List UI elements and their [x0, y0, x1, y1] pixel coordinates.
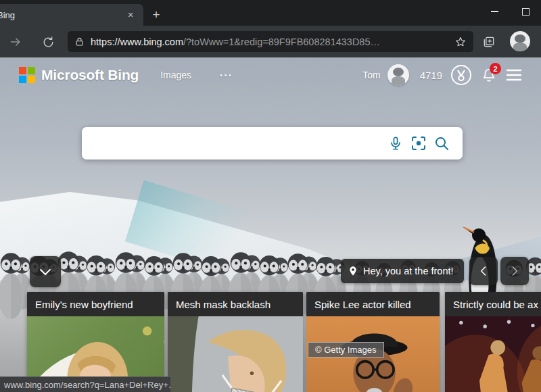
- ms-logo-green-square: [28, 67, 35, 74]
- microphone-icon: [388, 136, 403, 151]
- ms-logo-blue-square: [19, 76, 26, 83]
- tab-title: Bing: [0, 10, 15, 20]
- search-icon: [433, 135, 450, 151]
- bing-logo-text[interactable]: Microsoft Bing: [41, 67, 139, 83]
- avatar-silhouette: [515, 34, 525, 43]
- chevron-left-icon: [477, 264, 490, 278]
- hamburger-icon: [506, 68, 522, 82]
- search-box[interactable]: [82, 127, 463, 160]
- minimize-icon: [491, 11, 498, 12]
- microsoft-logo-icon[interactable]: [19, 67, 35, 83]
- notification-badge: 2: [490, 63, 501, 74]
- hero-caption-pill[interactable]: Hey, you at the front!: [341, 259, 464, 283]
- bing-homepage: Microsoft Bing Images ••• Tom 4719: [0, 57, 541, 392]
- address-bar[interactable]: https://www.bing.com/?toWww=1&redig=89F9…: [68, 31, 473, 52]
- chevron-right-icon: [508, 264, 521, 278]
- image-credit-badge: © Getty Images: [308, 342, 384, 358]
- nav-images-link[interactable]: Images: [160, 70, 191, 80]
- browser-window: Bing ✕ + https://www.bing.com/?to: [0, 0, 541, 392]
- rewards-medal-icon: [450, 64, 472, 86]
- minimize-button[interactable]: [479, 0, 510, 23]
- news-card[interactable]: Spike Lee actor killed: [306, 292, 440, 392]
- collections-button[interactable]: [479, 32, 499, 52]
- rewards-button[interactable]: [450, 64, 472, 86]
- ms-logo-red-square: [19, 67, 26, 74]
- reload-icon: [42, 36, 55, 49]
- visual-search-icon: [410, 135, 427, 151]
- browser-profile-avatar[interactable]: [510, 31, 530, 51]
- search-submit-button[interactable]: [430, 132, 453, 155]
- window-controls: [479, 0, 541, 23]
- browser-tab[interactable]: Bing ✕: [0, 4, 143, 26]
- chevron-down-icon: [37, 264, 53, 280]
- forward-icon: [9, 35, 22, 49]
- nav-more-button[interactable]: •••: [220, 72, 233, 79]
- news-card-image: [445, 316, 541, 392]
- reload-button[interactable]: [38, 32, 58, 52]
- notifications-button[interactable]: 2: [481, 68, 496, 82]
- account-username[interactable]: Tom: [362, 70, 380, 80]
- avatar-silhouette: [393, 68, 404, 76]
- avatar-silhouette-body: [392, 76, 405, 86]
- voice-search-button[interactable]: [384, 132, 407, 155]
- url-text: https://www.bing.com/?toWww=1&redig=89F9…: [91, 36, 454, 47]
- news-card-title: Emily's new boyfriend: [27, 292, 164, 316]
- ms-logo-yellow-square: [28, 76, 35, 83]
- news-card-image: [168, 316, 303, 392]
- news-card-title: Strictly could be ax: [445, 292, 541, 316]
- title-bar: Bing ✕ +: [0, 0, 541, 26]
- avatar-silhouette-body: [513, 43, 527, 51]
- new-tab-button[interactable]: +: [147, 7, 165, 23]
- visual-search-button[interactable]: [407, 132, 430, 155]
- lock-icon: [74, 36, 85, 47]
- maximize-button[interactable]: [510, 0, 541, 23]
- hamburger-menu-button[interactable]: [506, 68, 522, 82]
- carousel-next-button[interactable]: [500, 257, 529, 285]
- forward-button[interactable]: [5, 32, 26, 52]
- location-pin-icon: [348, 265, 358, 277]
- carousel-previous-button[interactable]: [469, 257, 498, 285]
- status-bar-link-preview: www.bing.com/search?q=Lana+Del+Rey+…: [0, 376, 171, 392]
- news-card-title: Mesh mask backlash: [168, 292, 303, 316]
- maximize-icon: [522, 8, 530, 16]
- hero-caption-text: Hey, you at the front!: [363, 266, 454, 276]
- news-card[interactable]: Strictly could be ax: [445, 292, 541, 392]
- news-card-title: Spike Lee actor killed: [306, 292, 440, 316]
- bing-header: Microsoft Bing Images ••• Tom 4719: [0, 63, 541, 87]
- collections-icon: [482, 35, 496, 49]
- scroll-down-button[interactable]: [30, 256, 61, 287]
- search-input[interactable]: [91, 127, 384, 160]
- tab-close-icon[interactable]: ✕: [124, 9, 137, 21]
- rewards-points[interactable]: 4719: [420, 70, 442, 81]
- account-avatar[interactable]: [387, 64, 409, 86]
- news-card[interactable]: Mesh mask backlash: [168, 292, 303, 392]
- favorite-star-icon[interactable]: [454, 36, 467, 48]
- browser-toolbar: https://www.bing.com/?toWww=1&redig=89F9…: [0, 26, 541, 57]
